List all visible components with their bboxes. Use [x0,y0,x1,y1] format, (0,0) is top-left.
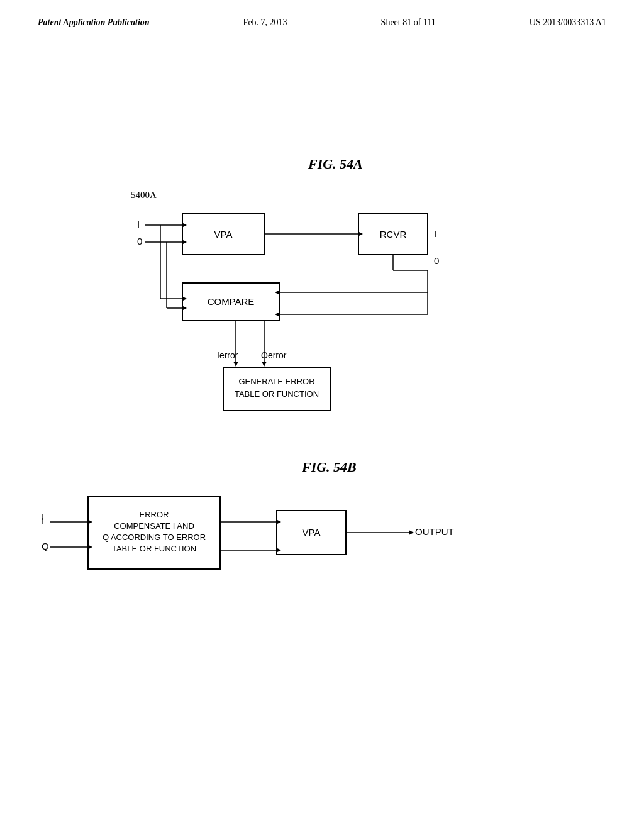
input-i-b: I [42,511,44,522]
svg-text:I: I [137,219,140,230]
svg-text:Q ACCORDING TO ERROR: Q ACCORDING TO ERROR [103,533,206,542]
svg-text:Ierror: Ierror [217,350,238,360]
svg-marker-57 [409,530,414,535]
svg-text:GENERATE ERROR: GENERATE ERROR [238,377,314,386]
svg-text:Q: Q [42,541,49,551]
svg-text:ERROR: ERROR [140,510,169,519]
date-label: Feb. 7, 2013 [243,18,287,28]
diagram-a-svg: VPA RCVR COMPARE GENERATE ERROR TABLE OR… [126,182,516,428]
svg-text:VPA: VPA [303,527,321,538]
publication-label: Patent Application Publication [38,18,150,28]
svg-text:TABLE OR FUNCTION: TABLE OR FUNCTION [235,389,319,399]
svg-marker-37 [262,362,267,367]
svg-text:RCVR: RCVR [380,229,407,240]
svg-text:VPA: VPA [214,229,233,240]
svg-text:OUTPUT: OUTPUT [415,526,454,537]
svg-text:COMPARE: COMPARE [208,296,255,307]
sheet-label: Sheet 81 of 111 [381,18,436,28]
diagram-54b: ERROR COMPENSATE I AND Q ACCORDING TO ER… [38,484,591,597]
page-header: Patent Application Publication Feb. 7, 2… [0,0,644,28]
fig54b-label: FIG. 54B [302,459,357,475]
fig54a-label: FIG. 54A [308,156,363,172]
svg-text:I: I [434,228,436,239]
svg-marker-34 [233,362,238,367]
patent-number-label: US 2013/0033313 A1 [530,18,606,28]
svg-text:Oerror: Oerror [261,350,287,360]
svg-text:TABLE OR FUNCTION: TABLE OR FUNCTION [112,544,196,553]
diagram-b-svg: ERROR COMPENSATE I AND Q ACCORDING TO ER… [38,484,591,597]
svg-text:0: 0 [434,255,439,266]
svg-text:COMPENSATE I AND: COMPENSATE I AND [114,521,194,531]
svg-text:0: 0 [137,236,142,246]
diagram-54a: 5400A VPA RCVR COMPARE GENERATE ERROR TA… [126,182,516,428]
